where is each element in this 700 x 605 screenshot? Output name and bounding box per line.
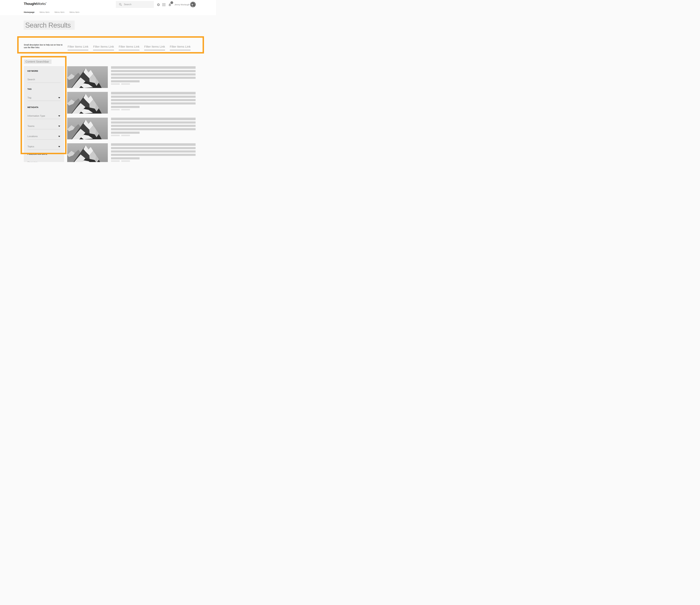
notifications-button[interactable] <box>168 3 172 6</box>
result-thumbnail[interactable] <box>67 118 108 139</box>
result-shortline-placeholder <box>111 80 140 82</box>
filter-link-3[interactable]: Filter Items Link <box>119 45 140 50</box>
main-nav: Homepage Menu Item Menu Item Menu Item <box>24 11 79 13</box>
keyword-search-input[interactable] <box>27 78 55 81</box>
logo-light-text: Works <box>37 2 46 6</box>
result-line-placeholder <box>111 99 196 101</box>
result-line-placeholder <box>111 102 196 104</box>
result-text-placeholders <box>111 92 196 114</box>
result-thumbnail[interactable] <box>67 143 108 162</box>
mountain-photo <box>67 66 108 88</box>
search-icon <box>119 3 122 6</box>
filter-link-2[interactable]: Filter Items Link <box>93 45 114 50</box>
result-tag-chip[interactable] <box>111 109 120 111</box>
content-searchbar-label-text: Content Searchbar <box>25 60 49 63</box>
filter-banner-description: Small description box to help out on how… <box>24 44 63 49</box>
filter-link-4[interactable]: Filter Items Link <box>144 45 165 50</box>
global-search-box[interactable] <box>116 1 154 8</box>
locations-select[interactable]: Locations <box>27 135 60 138</box>
topics-value: Topics <box>27 145 34 148</box>
user-name[interactable]: Jenny Murtaugh <box>174 3 190 6</box>
global-search-input[interactable] <box>124 3 155 6</box>
result-line-placeholder <box>111 77 196 79</box>
result-tag-chip[interactable] <box>111 83 120 85</box>
result-item <box>67 66 196 88</box>
nav-item-homepage[interactable]: Homepage <box>24 11 34 13</box>
notification-badge <box>170 1 173 4</box>
caret-down-icon <box>58 126 60 127</box>
result-shortline-placeholder <box>111 157 140 160</box>
result-tag-chip[interactable] <box>121 160 130 162</box>
metadata-heading: METADATA <box>27 106 39 108</box>
content-searchbar-label: Content Searchbar <box>24 59 51 64</box>
nav-item-menu-3[interactable]: Menu Item <box>70 11 79 13</box>
caret-down-icon <box>58 97 60 98</box>
start-date-field[interactable]: Start date <box>27 161 60 162</box>
information-type-select[interactable]: Information Type <box>27 115 60 118</box>
page: ThoughtWorks® Homepage Menu Item Menu It… <box>0 0 216 162</box>
result-title-placeholder[interactable] <box>111 66 196 69</box>
field-underline <box>27 139 60 140</box>
avatar-photo <box>190 2 196 7</box>
registered-mark: ® <box>46 2 47 3</box>
keyword-search-field[interactable] <box>27 78 60 81</box>
grid-icon <box>162 3 165 6</box>
apps-menu-button[interactable] <box>162 3 166 7</box>
field-underline <box>27 82 60 83</box>
result-thumbnail[interactable] <box>67 92 108 114</box>
result-text-placeholders <box>111 66 196 88</box>
mountain-photo <box>67 143 108 162</box>
result-title-placeholder[interactable] <box>111 118 196 120</box>
caret-down-icon <box>58 115 60 117</box>
result-line-placeholder <box>111 73 196 75</box>
tag-select[interactable]: Tag <box>27 96 60 100</box>
mountain-photo <box>67 118 108 139</box>
teams-select[interactable]: Teams <box>27 125 60 128</box>
settings-button[interactable] <box>157 3 160 6</box>
result-text-placeholders <box>111 143 196 162</box>
locations-value: Locations <box>27 135 38 138</box>
tag-select-value: Tag <box>27 96 31 99</box>
caret-down-icon <box>58 136 60 137</box>
page-title: Search Results <box>25 21 71 29</box>
result-tag-chip[interactable] <box>111 160 120 162</box>
user-avatar[interactable] <box>190 2 196 7</box>
result-title-placeholder[interactable] <box>111 143 196 146</box>
filter-links-row: Filter Items Link Filter Items Link Filt… <box>68 45 191 50</box>
start-date-label: Start date <box>27 161 38 162</box>
result-line-placeholder <box>111 147 196 149</box>
result-text-placeholders <box>111 118 196 139</box>
result-line-placeholder <box>111 154 196 156</box>
result-line-placeholder <box>111 128 196 130</box>
result-tag-chip[interactable] <box>121 135 130 136</box>
result-shortline-placeholder <box>111 106 140 108</box>
result-line-placeholder <box>111 96 196 98</box>
mountain-photo <box>67 92 108 114</box>
filter-link-1[interactable]: Filter Items Link <box>68 45 88 50</box>
topics-select[interactable]: Topics <box>27 145 60 149</box>
tag-heading: TAG <box>27 88 32 90</box>
content-search-panel: KEYWORD TAG Tag METADATA Information Typ… <box>24 66 64 162</box>
filter-link-5[interactable]: Filter Items Link <box>170 45 191 50</box>
result-tag-chip[interactable] <box>121 109 130 111</box>
nav-item-menu-2[interactable]: Menu Item <box>55 11 65 13</box>
page-title-block: Search Results <box>24 21 75 30</box>
result-tag-chip[interactable] <box>111 135 120 136</box>
publication-date-heading: PUBLICATION DATE <box>27 153 47 155</box>
thoughtworks-logo: ThoughtWorks® <box>24 2 47 6</box>
result-line-placeholder <box>111 150 196 152</box>
nav-item-menu-1[interactable]: Menu Item <box>40 11 50 13</box>
result-title-placeholder[interactable] <box>111 92 196 94</box>
result-thumbnail[interactable] <box>67 66 108 88</box>
caret-down-icon <box>58 146 60 147</box>
result-line-placeholder <box>111 121 196 123</box>
keyword-heading: KEYWORD <box>27 70 38 72</box>
app-header: ThoughtWorks® Homepage Menu Item Menu It… <box>0 0 216 16</box>
teams-value: Teams <box>27 125 34 127</box>
information-type-value: Information Type <box>27 115 45 117</box>
gear-icon <box>157 3 160 6</box>
result-line-placeholder <box>111 70 196 72</box>
result-tag-chip[interactable] <box>121 83 130 85</box>
result-item <box>67 143 196 162</box>
logo-bold-text: Thought <box>24 2 37 6</box>
